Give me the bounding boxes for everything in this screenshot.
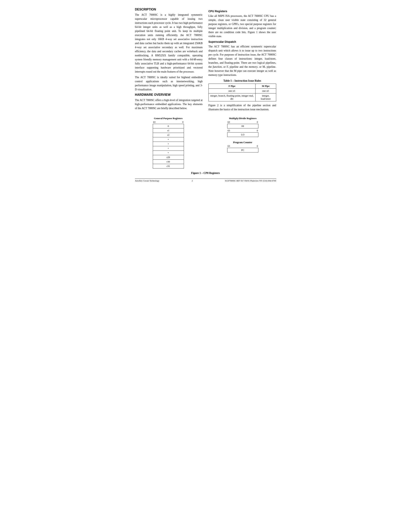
gpr-low-label: 0 bbox=[182, 121, 184, 124]
superscalar-dispatch-para: The ACT 7000SC has an efficient symmetri… bbox=[208, 45, 276, 77]
table-row-2: integer, branch, floating-point, integer… bbox=[208, 94, 276, 101]
lo-register-table: LO bbox=[227, 132, 258, 137]
description-para-1: The ACT 7000SC is a highly integrated sy… bbox=[135, 13, 203, 74]
md-low-label: 0 bbox=[257, 121, 258, 124]
cpu-registers-para: Like all MIPS ISA processors, the ACT 70… bbox=[208, 14, 276, 38]
gpr-row-2: r2 bbox=[153, 133, 184, 137]
table-cell-f-row2: integer, branch, floating-point, integer… bbox=[208, 94, 255, 101]
pc-row: PC bbox=[227, 148, 258, 152]
gpr-cell-8: r30 bbox=[153, 160, 184, 164]
table-header-fpipe: F Pipe bbox=[208, 84, 255, 89]
program-counter-title: Program Counter bbox=[233, 141, 252, 144]
md-high2-label: 63 bbox=[228, 129, 230, 132]
pc-high-label: 63 bbox=[228, 145, 230, 148]
figure-caption: Figure 1 – CP0 Registers bbox=[135, 171, 276, 175]
instruction-issue-table: F Pipe M Pipe one of: one of: integer, b… bbox=[208, 84, 276, 101]
table-header-mpipe: M Pipe bbox=[255, 84, 276, 89]
pc-register-table: PC bbox=[227, 148, 258, 152]
md-lo-header-row: 63 0 bbox=[227, 129, 258, 132]
gpr-row-7: r29 bbox=[153, 155, 184, 160]
gpr-row-4: • bbox=[153, 142, 184, 146]
diagrams-section: General Purpose Registers 63 0 0 r1 r2 •… bbox=[135, 117, 276, 169]
cpu-registers-title: CPU Registers bbox=[208, 10, 276, 13]
right-diagrams: Multiply/Divide Registers 63 0 HI 63 0 L bbox=[227, 117, 258, 152]
gpr-title: General Purpose Registers bbox=[154, 117, 183, 120]
left-column: DESCRIPTION The ACT 7000SC is a highly i… bbox=[135, 8, 203, 113]
md-hi-header-row: 63 0 bbox=[227, 121, 258, 124]
lo-row: LO bbox=[227, 133, 258, 137]
gpr-cell-1: r1 bbox=[153, 128, 184, 133]
gpr-cell-4: • bbox=[153, 142, 184, 146]
pc-header-row: 63 0 bbox=[227, 145, 258, 148]
gpr-high-label: 63 bbox=[153, 121, 156, 124]
gpr-row-8: r30 bbox=[153, 160, 184, 164]
gpr-row-6: • bbox=[153, 151, 184, 155]
gpr-cell-6: • bbox=[153, 151, 184, 155]
gpr-row-9: r31 bbox=[153, 164, 184, 169]
description-para-2: The ACT 7000SC is ideally suited for hig… bbox=[135, 75, 203, 92]
gpr-cell-9: r31 bbox=[153, 164, 184, 169]
hardware-overview-para: The ACT 7000SC offers a high-level of in… bbox=[135, 98, 203, 110]
table-row-1: one of: one of: bbox=[208, 89, 276, 94]
main-content: DESCRIPTION The ACT 7000SC is a highly i… bbox=[135, 8, 276, 113]
gpr-row-3: • bbox=[153, 137, 184, 142]
page-footer: Aeroflex Circuit Technology 2 SCD7000SC … bbox=[135, 179, 276, 182]
page: DESCRIPTION The ACT 7000SC is a highly i… bbox=[135, 8, 276, 182]
table-cell-m-row2: integer, load/store bbox=[255, 94, 276, 101]
hi-row: HI bbox=[227, 124, 258, 128]
lo-cell: LO bbox=[227, 133, 258, 137]
footer-page-number: 2 bbox=[192, 180, 193, 182]
gpr-row-0: 0 bbox=[153, 124, 184, 128]
gpr-cell-3: • bbox=[153, 137, 184, 142]
pc-cell: PC bbox=[227, 148, 258, 152]
footer-left: Aeroflex Circuit Technology bbox=[135, 180, 159, 182]
gpr-cell-5: • bbox=[153, 146, 184, 151]
hi-cell: HI bbox=[227, 124, 258, 128]
program-counter-diagram: Program Counter 63 0 PC bbox=[227, 141, 258, 152]
hi-register-table: HI bbox=[227, 124, 258, 128]
hardware-overview-title: HARDWARE OVERVIEW bbox=[135, 93, 203, 96]
table-cell-f-row1: one of: bbox=[208, 89, 255, 94]
md-low2-label: 0 bbox=[257, 129, 258, 132]
gpr-cell-0: 0 bbox=[153, 124, 184, 128]
pc-low-label: 0 bbox=[257, 145, 258, 148]
gpr-cell-2: r2 bbox=[153, 133, 184, 137]
table-cell-m-row1: one of: bbox=[255, 89, 276, 94]
superscalar-dispatch-title: Superscalar Dispatch bbox=[208, 40, 276, 43]
table-title: Table 1 – Instruction Issue Rules bbox=[208, 79, 276, 82]
gpr-row-1: r1 bbox=[153, 128, 184, 133]
multiply-divide-diagram: Multiply/Divide Registers 63 0 HI 63 0 L bbox=[227, 117, 258, 137]
gpr-table: 0 r1 r2 • • • • r29 r30 r31 bbox=[153, 124, 184, 169]
description-title: DESCRIPTION bbox=[135, 8, 203, 11]
multiply-divide-title: Multiply/Divide Registers bbox=[229, 117, 257, 120]
gpr-cell-7: r29 bbox=[153, 155, 184, 160]
gpr-header-row: 63 0 bbox=[153, 121, 184, 124]
table-caption: Figure 2 is a simplification of the pipe… bbox=[208, 103, 276, 111]
md-high-label: 63 bbox=[228, 121, 230, 124]
right-column: CPU Registers Like all MIPS ISA processo… bbox=[208, 8, 276, 113]
gpr-row-5: • bbox=[153, 146, 184, 151]
gpr-diagram: General Purpose Registers 63 0 0 r1 r2 •… bbox=[153, 117, 184, 169]
footer-right: SCD7000SC REV B 7/30/01 Plainview NY (51… bbox=[225, 180, 276, 182]
